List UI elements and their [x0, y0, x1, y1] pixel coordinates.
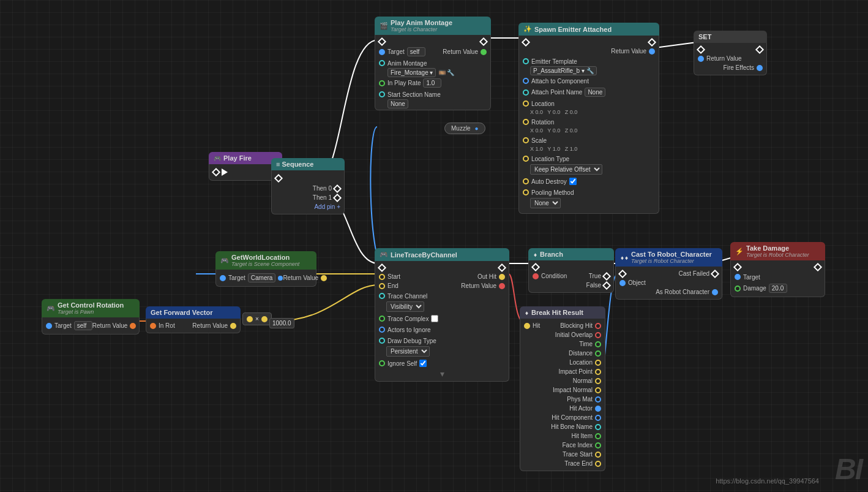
bhr-location-label: Location	[569, 359, 593, 366]
lt-exec-in	[378, 263, 386, 272]
lt-tracecomplex-pin	[379, 316, 385, 322]
play-anim-title: Play Anim Montage	[391, 19, 452, 26]
lt-return-label: Return Value	[461, 282, 496, 289]
se-loctype-select[interactable]: Keep Relative Offset	[519, 164, 659, 176]
bhr-physmat-pin	[595, 396, 601, 403]
mult-value-label: 1000.0	[272, 320, 291, 327]
lt-outhit-label: Out Hit	[477, 273, 496, 280]
gcr-target-value: self	[74, 321, 92, 330]
spawn-emitter-body: Return Value Emitter Template P_AssaultR…	[518, 36, 659, 214]
bhr-impactnormal-label: Impact Normal	[553, 387, 593, 393]
set-fireeffects-label: Fire Effects	[724, 64, 754, 71]
bhr-time-pin	[595, 341, 601, 347]
sequence-then0: Then 0	[272, 184, 344, 193]
se-attach-comp-row: Attach to Component	[519, 75, 659, 86]
se-return-row: Return Value	[519, 47, 659, 56]
lt-channel-select[interactable]: Visibility	[375, 301, 509, 313]
branch-condition-label: Condition	[541, 273, 567, 279]
sequence-then1: Then 1	[272, 193, 344, 202]
branch-body: Condition True False	[528, 260, 614, 293]
pa-target-label: Target	[387, 48, 405, 55]
set-node: SET Return Value Fire Effects	[694, 31, 767, 75]
play-anim-header: 🎬 Play Anim Montage Target is Character	[375, 17, 491, 35]
bhr-blocking-label: Blocking Hit	[560, 322, 593, 329]
debug-type-dropdown[interactable]: Persistent	[386, 346, 430, 357]
set-in-pin	[698, 56, 704, 62]
set-body: Return Value Fire Effects	[694, 43, 767, 75]
multiply-node-1: ×	[242, 312, 272, 325]
url-text: https://blog.csdn.net/qq_39947564	[716, 477, 819, 485]
lt-exec-row	[375, 263, 509, 272]
se-exec-out	[648, 38, 656, 47]
cast-object-label: Object	[628, 279, 646, 286]
bhr-tracestart-row: Trace Start	[520, 450, 605, 459]
pa-exec-in	[378, 37, 386, 46]
se-attach-point-pin	[523, 89, 529, 96]
pooling-dropdown[interactable]: None	[530, 198, 561, 208]
set-return-row: Return Value	[694, 54, 766, 63]
bhr-hitactor-pin	[595, 406, 601, 412]
lt-debug-select[interactable]: Persistent	[375, 346, 509, 358]
se-emitter-pin	[523, 58, 529, 64]
bhr-physmat-label: Phys Mat	[567, 396, 593, 403]
branch-icon: ⬧	[533, 251, 537, 258]
se-scale-pin	[523, 137, 529, 143]
bhr-body: Hit Blocking Hit Initial Overlap Time	[520, 319, 605, 471]
td-damage-row: Damage 20.0	[731, 282, 825, 294]
gfv-inrot-label: In Rot	[159, 322, 175, 329]
bhr-impactpoint-label: Impact Point	[558, 368, 593, 375]
bhr-faceindex-label: Face Index	[563, 442, 593, 448]
lt-expand-arrow[interactable]: ▾	[375, 369, 509, 379]
gfv-header: Get Forward Vector	[146, 306, 241, 319]
get-world-location-node: 🎮 GetWorldLocation Target is Scene Compo…	[215, 251, 316, 287]
pa-section-pin	[379, 91, 385, 97]
pa-playrate-label: In Play Rate	[387, 80, 421, 86]
lt-ignoreself-checkbox[interactable]	[419, 360, 427, 367]
play-anim-exec	[375, 37, 490, 46]
spawn-emitter-icon: ✨	[523, 25, 532, 33]
branch-false-label: False	[586, 282, 601, 289]
se-rotation-pin	[523, 119, 529, 125]
td-target-pin	[735, 274, 741, 280]
gcr-target-pin	[46, 323, 52, 329]
lt-header: 🎮 LineTraceByChannel	[375, 248, 509, 261]
se-attach-point-value: None	[585, 88, 605, 97]
bhr-traceend-pin	[595, 461, 601, 467]
bhr-hitactor-label: Hit Actor	[569, 405, 593, 412]
pa-section-value-row: None	[375, 100, 490, 107]
se-autodestroy-row: Auto Destroy	[519, 176, 659, 187]
set-exec-out	[755, 45, 764, 54]
lt-tracechannel-row: Trace Channel	[375, 290, 509, 301]
se-autodestroy-checkbox[interactable]	[569, 178, 577, 185]
trace-channel-dropdown[interactable]: Visibility	[386, 301, 424, 312]
addpin-label[interactable]: Add pin +	[314, 203, 340, 210]
se-location-xyz: X 0.0 Y 0.0 Z 0.0	[519, 109, 659, 116]
cast-object-row: Object	[616, 278, 722, 287]
se-loctype-label: Location Type	[531, 156, 569, 162]
lt-outhit-row: Start Out Hit	[375, 272, 509, 281]
se-exec-in	[522, 38, 530, 47]
branch-true-label: True	[589, 273, 601, 279]
exec-in-pin	[212, 168, 220, 176]
lt-tracecomplex-checkbox[interactable]	[431, 315, 438, 322]
set-return-label: Return Value	[706, 55, 742, 62]
cast-exec-row: Cast Failed	[616, 269, 722, 278]
gcr-target-row: Target self Return Value	[42, 320, 139, 331]
lt-exec-out	[498, 263, 506, 272]
bhr-hititem-label: Hit Item	[572, 433, 593, 439]
location-type-dropdown[interactable]: Keep Relative Offset	[530, 164, 602, 175]
td-target-label: Target	[743, 274, 760, 281]
gwl-return-label: Return Value	[283, 274, 318, 281]
sequence-addpin[interactable]: Add pin +	[272, 202, 344, 211]
cast-icon: ⬧⬧	[620, 254, 629, 261]
gwl-target-label: Target	[228, 274, 245, 281]
td-exec-out	[814, 263, 822, 271]
lt-tracecomplex-label: Trace Complex	[387, 316, 428, 322]
muzzle-label: Muzzle	[451, 125, 471, 132]
pa-target-pin	[379, 49, 385, 55]
mult1-out	[261, 316, 268, 322]
play-anim-icon: 🎬	[380, 22, 388, 30]
se-scale-label: Scale	[531, 137, 547, 144]
se-pooling-select[interactable]: None	[519, 198, 659, 211]
bhr-hititem-pin	[595, 433, 601, 439]
